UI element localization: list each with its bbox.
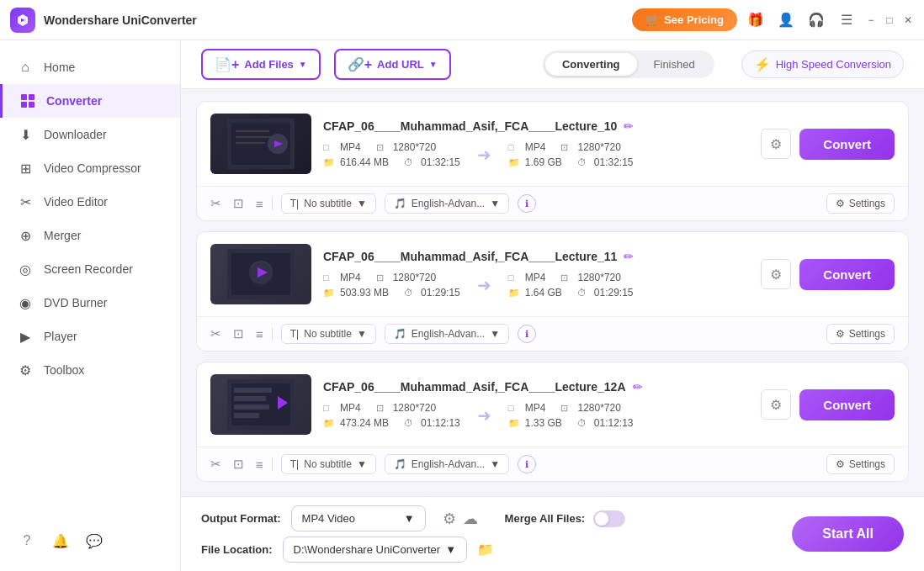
convert-button-1[interactable]: Convert [799, 129, 895, 160]
dst-duration-3: 01:12:13 [594, 417, 634, 429]
file-actions-2: ⚙ Convert [761, 259, 895, 290]
meta-format-dst-3: □ MP4 ⊡ 1280*720 [508, 402, 634, 414]
notification-icon[interactable]: 🔔 [50, 531, 71, 551]
file-card-2: CFAP_06____Muhammad_Asif,_FCA____Lecture… [196, 231, 909, 352]
tab-finished[interactable]: Finished [637, 53, 712, 76]
sidebar-item-home[interactable]: ⌂ Home [0, 50, 180, 84]
file-info-2: CFAP_06____Muhammad_Asif,_FCA____Lecture… [323, 250, 749, 299]
settings-gear-2[interactable]: ⚙ [761, 259, 791, 289]
add-url-button[interactable]: 🔗+ Add URL ▼ [334, 49, 451, 80]
sidebar-item-toolbox[interactable]: ⚙ Toolbox [0, 353, 180, 387]
subtitle-select-2[interactable]: T| No subtitle ▼ [281, 324, 376, 344]
help-icon[interactable]: ? [17, 531, 37, 551]
subtitle-chevron-2: ▼ [357, 328, 367, 340]
meta-size-dst-3: 📁 1.33 GB ⏱ 01:12:13 [508, 417, 634, 429]
output-format-label: Output Format: [201, 512, 281, 525]
browse-folder-icon[interactable]: 📁 [477, 542, 494, 558]
subtitle-icon: T| [290, 198, 299, 209]
settings-label-2: Settings [849, 328, 885, 340]
audio-select-2[interactable]: 🎵 English-Advan... ▼ [385, 324, 509, 344]
subtitle-value-1: No subtitle [304, 198, 352, 209]
file-name-row-3: CFAP_06____Muhammad_Asif,_FCA____Lecture… [323, 380, 749, 394]
convert-button-3[interactable]: Convert [799, 389, 895, 420]
format-value: MP4 Video [302, 512, 355, 525]
file-location-select[interactable]: D:\Wondershare UniConverter ▼ [283, 537, 468, 563]
gift-icon[interactable]: 🎁 [744, 8, 767, 32]
sidebar-item-player[interactable]: ▶ Player [0, 320, 180, 353]
sidebar-item-converter[interactable]: Converter [0, 84, 180, 118]
file-location-row: File Location: D:\Wondershare UniConvert… [201, 537, 775, 563]
merge-toggle-switch[interactable] [593, 510, 625, 527]
location-chevron: ▼ [445, 543, 456, 556]
maximize-button[interactable]: □ [884, 14, 895, 26]
toolbox-icon: ⚙ [17, 362, 34, 378]
info-button-2[interactable]: ℹ [518, 325, 536, 343]
subtitle-icon-3: T| [290, 458, 299, 470]
lightning-icon: ⚡ [754, 56, 771, 72]
file-card-main-1: CFAP_06____Muhammad_Asif,_FCA____Lecture… [197, 102, 908, 186]
info-button-1[interactable]: ℹ [518, 194, 536, 213]
headset-icon[interactable]: 🎧 [805, 8, 828, 32]
subtitle-select-1[interactable]: T| No subtitle ▼ [281, 193, 376, 214]
bottom-rows: Output Format: MP4 Video ▼ ⚙ ☁ Merge All… [201, 505, 775, 563]
output-format-row: Output Format: MP4 Video ▼ ⚙ ☁ Merge All… [201, 505, 775, 531]
dst-duration-2: 01:29:15 [594, 287, 634, 299]
crop-icon-2[interactable]: ⊡ [233, 326, 244, 341]
settings-button-1[interactable]: ⚙ Settings [826, 193, 895, 214]
settings-gear-1[interactable]: ⚙ [761, 129, 791, 159]
start-all-button[interactable]: Start All [792, 516, 904, 552]
sidebar-item-merger[interactable]: ⊕ Merger [0, 219, 180, 252]
settings-gear-3[interactable]: ⚙ [761, 389, 791, 420]
cloud-icon[interactable]: ☁ [463, 510, 478, 528]
sidebar-item-downloader[interactable]: ⬇ Downloader [0, 118, 180, 151]
settings-button-2[interactable]: ⚙ Settings [826, 324, 895, 344]
scissors-icon-2[interactable]: ✂ [210, 326, 221, 341]
effects-icon-1[interactable]: ≡ [256, 197, 263, 211]
audio-icon: 🎵 [394, 198, 406, 209]
sidebar-item-video-compressor[interactable]: ⊞ Video Compressor [0, 151, 180, 185]
settings-button-3[interactable]: ⚙ Settings [826, 454, 895, 474]
effects-icon-3[interactable]: ≡ [256, 457, 263, 472]
meta-source-2: □ MP4 ⊡ 1280*720 📁 503.93 MB ⏱ 01:29:15 [323, 272, 460, 299]
add-files-icon: 📄+ [215, 56, 239, 72]
edit-icon-1[interactable]: ✏ [624, 119, 634, 133]
output-format-select[interactable]: MP4 Video ▼ [291, 505, 426, 531]
info-button-3[interactable]: ℹ [518, 455, 536, 473]
dst-size-1: 1.69 GB [525, 156, 562, 168]
sidebar-item-screen-recorder[interactable]: ◎ Screen Recorder [0, 252, 180, 286]
sidebar-item-dvd-burner[interactable]: ◉ DVD Burner [0, 286, 180, 320]
feedback-icon[interactable]: 💬 [84, 531, 104, 551]
effects-icon-2[interactable]: ≡ [256, 327, 263, 341]
sidebar-item-video-editor[interactable]: ✂ Video Editor [0, 185, 180, 219]
minimize-button[interactable]: − [865, 14, 877, 26]
close-button[interactable]: ✕ [902, 14, 914, 26]
titlebar: Wondershare UniConverter 🛒 See Pricing 🎁… [0, 0, 924, 40]
audio-select-3[interactable]: 🎵 English-Advan... ▼ [385, 454, 509, 474]
output-settings-icon[interactable]: ⚙ [443, 510, 456, 528]
crop-icon-1[interactable]: ⊡ [233, 196, 244, 211]
audio-icon-2: 🎵 [394, 328, 406, 340]
dst-resolution-2: 1280*720 [577, 272, 620, 283]
scissors-icon-1[interactable]: ✂ [210, 196, 221, 211]
edit-icon-2[interactable]: ✏ [624, 250, 634, 263]
crop-icon-3[interactable]: ⊡ [233, 457, 244, 472]
src-resolution-3: 1280*720 [393, 402, 436, 414]
audio-select-1[interactable]: 🎵 English-Advan... ▼ [385, 193, 509, 214]
see-pricing-button[interactable]: 🛒 See Pricing [632, 8, 737, 31]
sidebar-label-toolbox: Toolbox [44, 363, 84, 377]
sidebar-label-video-compressor: Video Compressor [44, 161, 141, 175]
high-speed-button[interactable]: ⚡ High Speed Conversion [741, 50, 904, 78]
tab-converting[interactable]: Converting [545, 53, 637, 76]
audio-chevron-3: ▼ [490, 458, 500, 470]
dst-duration-1: 01:32:15 [594, 156, 634, 168]
meta-source-3: □ MP4 ⊡ 1280*720 📁 473.24 MB ⏱ 01:12:13 [323, 402, 460, 429]
edit-icon-3[interactable]: ✏ [633, 380, 643, 394]
add-files-button[interactable]: 📄+ Add Files ▼ [201, 49, 321, 80]
menu-icon[interactable]: ☰ [835, 8, 858, 32]
subtitle-select-3[interactable]: T| No subtitle ▼ [281, 454, 376, 474]
home-icon: ⌂ [17, 59, 34, 76]
scissors-icon-3[interactable]: ✂ [210, 457, 221, 472]
account-icon[interactable]: 👤 [774, 8, 798, 32]
dst-resolution-3: 1280*720 [577, 402, 620, 414]
convert-button-2[interactable]: Convert [799, 259, 895, 290]
